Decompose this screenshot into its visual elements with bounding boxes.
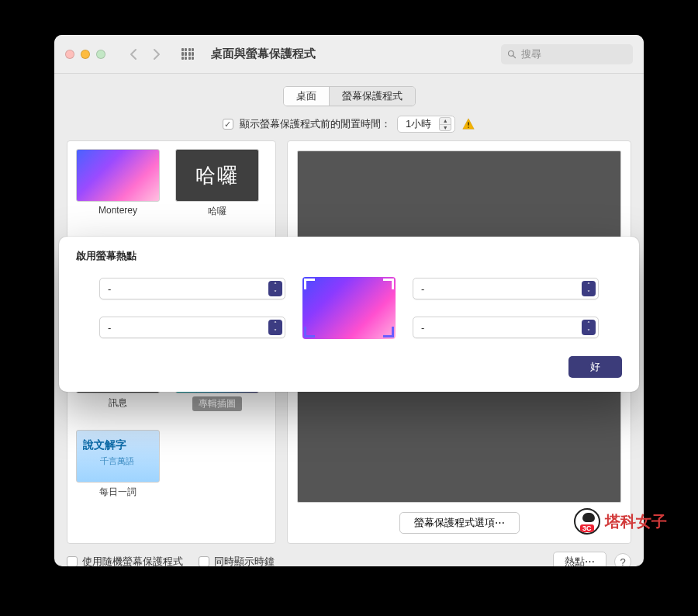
idle-select-value: 1小時 bbox=[406, 117, 431, 131]
harou-thumb: 哈囉 bbox=[175, 149, 259, 202]
minimize-window-button[interactable] bbox=[81, 50, 90, 59]
clock-checkbox[interactable]: ✓ bbox=[199, 556, 209, 566]
svg-rect-3 bbox=[468, 126, 469, 128]
hot-corners-sheet: 啟用螢幕熱點 - ˄˅ - ˄˅ bbox=[59, 237, 639, 392]
corner-mark-bl bbox=[304, 327, 315, 337]
zoom-window-button[interactable] bbox=[96, 50, 105, 59]
tab-screensaver[interactable]: 螢幕保護程式 bbox=[330, 87, 415, 106]
search-icon bbox=[507, 50, 517, 59]
tab-desktop[interactable]: 桌面 bbox=[284, 87, 330, 106]
ok-button[interactable]: 好 bbox=[568, 356, 622, 378]
corner-mark-tr bbox=[383, 279, 394, 289]
corner-top-left-select[interactable]: - ˄˅ bbox=[99, 278, 285, 299]
idle-row: ✓ 顯示螢幕保護程式前的閒置時間： 1小時 ▲▼ bbox=[67, 116, 631, 133]
forward-button[interactable] bbox=[146, 45, 168, 64]
daily-thumb bbox=[76, 430, 160, 483]
corner-bottom-right-select[interactable]: - ˄˅ bbox=[413, 317, 599, 338]
screensaver-options-button[interactable]: 螢幕保護程式選項⋯ bbox=[399, 512, 520, 534]
saver-harou[interactable]: 哈囉 哈囉 bbox=[174, 149, 260, 218]
idle-label: 顯示螢幕保護程式前的閒置時間： bbox=[240, 117, 391, 131]
message-label: 訊息 bbox=[109, 396, 127, 410]
corner-br-value: - bbox=[421, 322, 582, 334]
clock-label: 同時顯示時鐘 bbox=[214, 555, 275, 566]
svg-line-1 bbox=[513, 55, 516, 57]
corners-layout: - ˄˅ - ˄˅ - ˄˅ bbox=[76, 277, 622, 339]
idle-checkbox[interactable]: ✓ bbox=[223, 119, 233, 130]
window-body: 桌面 螢幕保護程式 ✓ 顯示螢幕保護程式前的閒置時間： 1小時 ▲▼ Monte… bbox=[54, 74, 644, 566]
help-button[interactable]: ? bbox=[614, 553, 631, 566]
close-window-button[interactable] bbox=[65, 50, 74, 59]
back-button[interactable] bbox=[123, 45, 144, 64]
window-title: 桌面與螢幕保護程式 bbox=[211, 47, 316, 61]
watermark-text: 塔科女子 bbox=[605, 511, 667, 532]
corner-bottom-left-select[interactable]: - ˄˅ bbox=[99, 317, 285, 338]
watermark-avatar-icon bbox=[574, 508, 600, 535]
harou-label: 哈囉 bbox=[208, 205, 226, 218]
random-checkbox-row[interactable]: ✓ 使用隨機螢幕保護程式 bbox=[67, 555, 183, 566]
chevron-updown-icon: ˄˅ bbox=[582, 281, 596, 296]
corner-bl-value: - bbox=[108, 322, 268, 334]
random-label: 使用隨機螢幕保護程式 bbox=[82, 555, 183, 566]
corner-mark-br bbox=[383, 327, 394, 337]
corner-tl-value: - bbox=[108, 283, 268, 295]
corner-top-right-select[interactable]: - ˄˅ bbox=[413, 278, 599, 299]
corner-mark-tl bbox=[304, 279, 315, 289]
random-checkbox[interactable]: ✓ bbox=[67, 556, 78, 566]
chevron-updown-icon: ˄˅ bbox=[268, 281, 282, 296]
window-controls bbox=[65, 50, 105, 59]
stepper-icon: ▲▼ bbox=[439, 117, 451, 131]
chevron-updown-icon: ˄˅ bbox=[268, 320, 282, 335]
corner-tr-value: - bbox=[421, 283, 582, 295]
prefs-window: 桌面與螢幕保護程式 搜尋 桌面 螢幕保護程式 ✓ 顯示螢幕保護程式前的閒置時間：… bbox=[54, 35, 644, 566]
bottom-row: ✓ 使用隨機螢幕保護程式 ✓ 同時顯示時鐘 熱點⋯ ? bbox=[67, 552, 631, 566]
daily-label: 每日一詞 bbox=[99, 486, 136, 499]
monterey-label: Monterey bbox=[98, 205, 137, 216]
tab-segmented: 桌面 螢幕保護程式 bbox=[67, 86, 631, 106]
watermark: 塔科女子 bbox=[574, 508, 667, 535]
titlebar: 桌面與螢幕保護程式 搜尋 bbox=[54, 35, 644, 74]
monterey-thumb bbox=[76, 149, 160, 202]
show-all-button[interactable] bbox=[178, 45, 197, 64]
saver-daily[interactable]: 每日一詞 bbox=[75, 430, 161, 499]
hot-corners-button[interactable]: 熱點⋯ bbox=[553, 552, 606, 566]
svg-rect-2 bbox=[468, 122, 469, 126]
corners-preview bbox=[302, 277, 396, 339]
nav-buttons bbox=[123, 45, 168, 64]
sheet-title: 啟用螢幕熱點 bbox=[76, 249, 622, 263]
chevron-updown-icon: ˄˅ bbox=[582, 320, 596, 335]
search-field[interactable]: 搜尋 bbox=[501, 44, 633, 64]
album-label: 專輯插圖 bbox=[192, 396, 242, 411]
idle-select[interactable]: 1小時 ▲▼ bbox=[397, 116, 455, 133]
warning-icon bbox=[461, 117, 475, 131]
clock-checkbox-row[interactable]: ✓ 同時顯示時鐘 bbox=[199, 555, 275, 566]
search-placeholder: 搜尋 bbox=[521, 47, 541, 61]
saver-monterey[interactable]: Monterey bbox=[75, 149, 161, 218]
